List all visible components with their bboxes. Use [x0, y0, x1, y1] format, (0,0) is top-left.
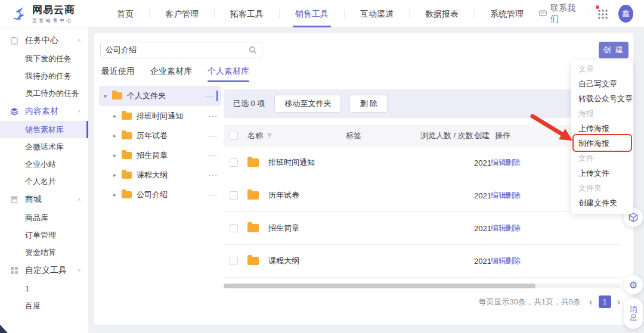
create-dropdown-menu: 文章 自己写文章 转载公众号文章 海报 上传海报 制作海报 文件 上传文件 文件… [571, 60, 633, 214]
row-name[interactable]: 招生简章 [268, 223, 299, 234]
edit-link[interactable]: 编辑 [491, 256, 506, 266]
delete-link[interactable]: 删除 [505, 190, 521, 201]
menu-item-write-article[interactable]: 自己写文章 [571, 76, 633, 91]
next-page-icon[interactable]: › [617, 296, 620, 308]
sidebar-item-fund-settlement[interactable]: 资金结算 [0, 244, 88, 261]
nav-customer-management[interactable]: 客户管理 [150, 0, 214, 27]
sidebar-item-custom-1[interactable]: 1 [0, 280, 88, 297]
search-input[interactable] [101, 46, 249, 55]
more-actions-icon[interactable]: ··· [209, 151, 218, 160]
filter-icon[interactable] [267, 133, 273, 139]
folder-icon [122, 132, 132, 139]
tree-node-company-intro[interactable]: ▸ 公司介绍 ··· [99, 185, 221, 204]
edit-link[interactable]: 编辑 [491, 223, 506, 234]
edit-link[interactable]: 编辑 [491, 157, 506, 168]
nav-prospecting-tools[interactable]: 拓客工具 [215, 0, 279, 27]
sidebar-item-tasks-issued[interactable]: 我下发的任务 [0, 50, 88, 67]
tree-node-shift-notice[interactable]: ▸ 排班时间通知 ··· [99, 106, 221, 126]
app-grid-button[interactable] [597, 8, 609, 20]
row-checkbox[interactable] [230, 158, 238, 167]
scrollbar-thumb[interactable] [224, 284, 535, 288]
more-actions-icon[interactable]: ··· [205, 92, 214, 100]
logo-icon [12, 6, 27, 21]
sidebar-section-custom-tools[interactable]: 自定义工具 ∧ [0, 261, 88, 280]
caret-right-icon[interactable]: ▸ [113, 132, 122, 139]
message-button[interactable]: 消 息 [624, 298, 643, 329]
chat-bubble-icon [539, 10, 547, 18]
row-created: 2021 [474, 257, 491, 266]
menu-item-repost-official-article[interactable]: 转载公众号文章 [571, 91, 633, 106]
more-actions-icon[interactable]: ··· [209, 191, 218, 199]
sidebar-item-wecom-scripts[interactable]: 企微话术库 [0, 138, 88, 155]
delete-link[interactable]: 删除 [505, 223, 521, 234]
row-checkbox[interactable] [230, 257, 238, 265]
sidebar-item-tasks-todo[interactable]: 我待办的任务 [0, 67, 88, 85]
row-name[interactable]: 课程大纲 [268, 256, 299, 266]
sidebar-item-baidu[interactable]: 百度 [0, 297, 88, 315]
row-name[interactable]: 排班时间通知 [268, 157, 315, 168]
sidebar-item-personal-card[interactable]: 个人名片 [0, 173, 88, 190]
nav-interaction-channels[interactable]: 互动渠道 [345, 0, 409, 27]
caret-down-icon[interactable]: ▾ [104, 93, 112, 99]
column-views: 浏览人数 / 次数 [420, 130, 473, 141]
nav-system-management[interactable]: 系统管理 [475, 0, 539, 27]
caret-right-icon[interactable]: ▸ [113, 191, 122, 198]
menu-item-upload-file[interactable]: 上传文件 [571, 166, 633, 180]
nav-data-reports[interactable]: 数据报表 [410, 0, 474, 27]
tab-recently-used[interactable]: 最近使用 [101, 63, 135, 82]
more-actions-icon[interactable]: ··· [209, 171, 218, 179]
collapse-icon[interactable]: ∧ [77, 197, 81, 202]
selected-count-label: 已选 0 项 [233, 98, 265, 109]
tab-enterprise-library[interactable]: 企业素材库 [150, 63, 192, 82]
edit-link[interactable]: 编辑 [491, 190, 506, 201]
sidebar-section-task-center[interactable]: 任务中心 ∧ [0, 31, 88, 50]
sidebar-item-company-site[interactable]: 企业小站 [0, 155, 88, 173]
more-actions-icon[interactable]: ··· [209, 112, 218, 120]
delete-link[interactable]: 删除 [505, 157, 521, 168]
menu-item-make-poster[interactable]: 制作海报 [571, 136, 633, 151]
tab-personal-library[interactable]: 个人素材库 [208, 63, 249, 82]
selection-toolbar: 已选 0 项 移动至文件夹 删 除 [224, 89, 620, 118]
settings-button[interactable]: ⚙ [624, 275, 643, 294]
gear-icon: ⚙ [629, 279, 637, 291]
tree-root-personal-folder[interactable]: ▾ 个人文件夹 ··· [99, 86, 221, 106]
nav-sales-tools[interactable]: 销售工具 [280, 0, 344, 27]
search-icon[interactable] [249, 46, 257, 54]
sidebar-item-sales-material-library[interactable]: 销售素材库 [0, 121, 88, 138]
tree-node-course-outline[interactable]: ▸ 课程大纲 ··· [99, 165, 221, 185]
delete-button[interactable]: 删 除 [349, 95, 388, 113]
row-name[interactable]: 历年试卷 [268, 190, 299, 201]
contact-us-button[interactable]: 联系我们 [539, 3, 577, 24]
collapse-icon[interactable]: ∧ [77, 38, 81, 43]
move-to-folder-button[interactable]: 移动至文件夹 [274, 95, 341, 113]
app-logo[interactable]: 网易云商 互客销售中心 [12, 3, 92, 24]
user-avatar[interactable]: 鑫 [618, 5, 633, 23]
create-button[interactable]: 创 建 [599, 42, 628, 58]
caret-right-icon[interactable]: ▸ [113, 152, 122, 158]
page-number[interactable]: 1 [599, 295, 611, 308]
nav-home[interactable]: 首页 [101, 0, 149, 27]
select-all-checkbox[interactable] [230, 132, 238, 140]
menu-item-create-folder[interactable]: 创建文件夹 [571, 195, 633, 210]
caret-right-icon[interactable]: ▸ [113, 172, 122, 178]
sidebar-section-content-materials[interactable]: 内容素材 ∧ [0, 102, 88, 121]
delete-link[interactable]: 删除 [505, 256, 521, 266]
collapse-icon[interactable]: ∧ [77, 268, 81, 273]
section-label: 商城 [25, 194, 42, 205]
prev-page-icon[interactable]: ‹ [589, 296, 592, 308]
sidebar-item-order-management[interactable]: 订单管理 [0, 226, 88, 244]
sidebar-section-mall[interactable]: 商城 ∧ [0, 190, 88, 209]
tree-node-past-exams[interactable]: ▸ 历年试卷 ··· [99, 126, 221, 145]
row-checkbox[interactable] [230, 191, 238, 200]
menu-item-upload-poster[interactable]: 上传海报 [571, 121, 633, 136]
folder-icon [247, 224, 259, 232]
notification-dot [596, 5, 599, 9]
pagination: 每页显示30条，共1页，共5条 ‹ 1 › [224, 295, 620, 308]
sidebar-item-product-library[interactable]: 商品库 [0, 209, 88, 226]
row-checkbox[interactable] [230, 224, 238, 232]
tree-node-admission-brochure[interactable]: ▸ 招生简章 ··· [99, 145, 221, 165]
more-actions-icon[interactable]: ··· [209, 132, 218, 140]
caret-right-icon[interactable]: ▸ [113, 113, 122, 119]
collapse-icon[interactable]: ∧ [77, 109, 81, 114]
sidebar-item-employee-tasks[interactable]: 员工待办的任务 [0, 85, 88, 102]
